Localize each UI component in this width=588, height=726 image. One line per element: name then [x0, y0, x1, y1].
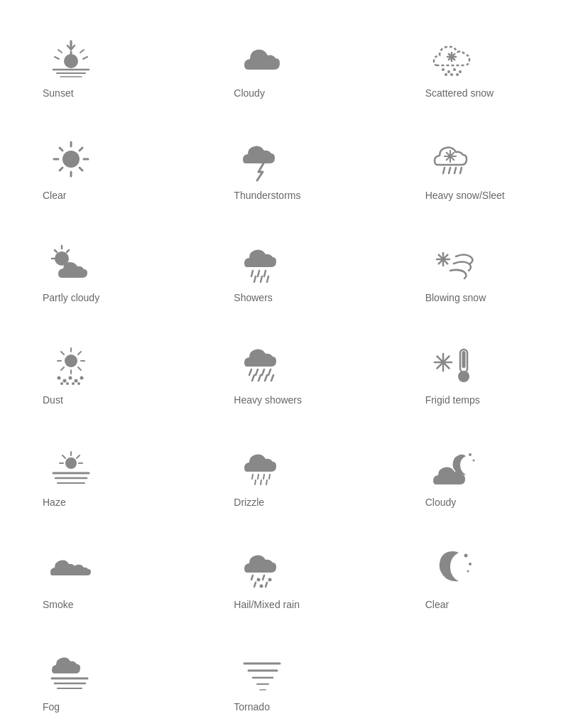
fog-icon [43, 646, 99, 695]
sunset-icon [43, 32, 99, 82]
frigid-temps-label: Frigid temps [425, 394, 480, 406]
svg-point-17 [453, 68, 456, 71]
svg-point-66 [75, 379, 78, 382]
svg-line-36 [449, 168, 450, 173]
partly-cloudy-icon [43, 237, 99, 286]
blowing-snow-icon [425, 237, 482, 286]
svg-point-88 [65, 457, 77, 469]
weather-item-drizzle: Drizzle [198, 423, 389, 526]
svg-line-98 [258, 475, 258, 479]
weather-item-blowing-snow: Blowing snow [390, 219, 581, 321]
frigid-temps-icon [425, 339, 482, 389]
weather-item-partly-cloudy: Partly cloudy [7, 219, 198, 321]
svg-point-54 [65, 354, 77, 367]
svg-point-68 [60, 382, 63, 385]
hail-mixed-rain-label: Hail/Mixed rain [234, 599, 300, 610]
cloudy-label: Cloudy [234, 87, 265, 99]
weather-grid: Sunset Cloudy [7, 14, 581, 726]
svg-line-49 [267, 276, 268, 282]
svg-line-10 [80, 50, 84, 53]
weather-item-empty [390, 628, 581, 726]
cloudy-night-icon [425, 441, 482, 491]
thunderstorms-label: Thunderstorms [234, 190, 300, 201]
weather-item-cloudy: Cloudy [198, 14, 389, 117]
svg-line-93 [77, 455, 80, 458]
clear-night-label: Clear [425, 599, 449, 610]
scattered-snow-label: Scattered snow [425, 87, 494, 99]
weather-item-heavy-showers: Heavy showers [198, 321, 389, 423]
svg-line-38 [460, 168, 462, 173]
hail-mixed-rain-icon [234, 543, 290, 593]
svg-line-43 [67, 250, 69, 252]
svg-line-110 [254, 583, 256, 587]
heavy-snow-sleet-icon [425, 134, 482, 184]
showers-label: Showers [234, 292, 272, 303]
svg-line-44 [251, 271, 253, 276]
svg-line-72 [249, 369, 251, 375]
svg-line-99 [263, 475, 264, 479]
svg-point-19 [445, 73, 447, 76]
weather-item-scattered-snow: Scattered snow [390, 14, 581, 117]
svg-point-114 [469, 563, 472, 565]
weather-item-haze: Haze [7, 423, 198, 526]
svg-line-77 [258, 375, 261, 381]
svg-line-61 [78, 352, 81, 354]
tornado-icon [234, 646, 290, 695]
svg-line-106 [251, 575, 253, 580]
svg-line-47 [254, 276, 256, 282]
weather-item-fog: Fog [7, 628, 198, 726]
weather-item-cloudy-night: Cloudy [390, 423, 581, 526]
weather-item-hail-mixed-rain: Hail/Mixed rain [198, 526, 389, 628]
weather-item-tornado: Tornado [198, 628, 389, 726]
svg-point-15 [442, 68, 445, 71]
weather-item-frigid-temps: Frigid temps [390, 321, 581, 423]
svg-point-104 [469, 453, 472, 456]
cloudy-night-label: Cloudy [425, 497, 457, 508]
svg-point-20 [450, 73, 453, 76]
svg-rect-85 [462, 351, 465, 368]
weather-item-clear-night: Clear [390, 526, 581, 628]
svg-line-46 [264, 271, 266, 276]
svg-line-59 [61, 352, 64, 354]
svg-point-105 [472, 459, 474, 461]
partly-cloudy-label: Partly cloudy [43, 292, 99, 303]
svg-point-63 [58, 376, 61, 379]
svg-line-9 [58, 50, 62, 53]
svg-line-78 [265, 375, 267, 381]
svg-line-76 [252, 375, 254, 381]
svg-line-7 [55, 57, 59, 59]
svg-line-111 [266, 583, 267, 587]
weather-item-heavy-snow-sleet: Heavy snow/Sleet [390, 117, 581, 219]
svg-line-29 [80, 148, 82, 151]
weather-item-sunset: Sunset [7, 14, 198, 117]
svg-point-21 [456, 73, 459, 76]
smoke-label: Smoke [43, 599, 74, 610]
svg-line-62 [61, 367, 64, 370]
svg-point-109 [268, 578, 272, 581]
svg-line-60 [78, 367, 81, 370]
clear-night-icon [425, 543, 482, 593]
svg-line-42 [55, 250, 57, 252]
heavy-snow-sleet-label: Heavy snow/Sleet [425, 190, 505, 201]
svg-line-45 [258, 271, 259, 276]
svg-point-18 [459, 70, 462, 73]
svg-line-101 [255, 480, 256, 484]
weather-item-dust: Dust [7, 321, 198, 423]
svg-line-37 [454, 168, 456, 173]
weather-item-clear-day: Clear [7, 117, 198, 219]
svg-line-75 [268, 369, 271, 375]
haze-icon [43, 441, 99, 491]
svg-point-69 [66, 382, 69, 385]
svg-point-112 [260, 584, 263, 587]
svg-line-27 [60, 148, 62, 151]
fog-label: Fog [43, 701, 60, 713]
svg-point-70 [72, 382, 75, 385]
svg-line-28 [80, 168, 82, 170]
tornado-label: Tornado [234, 701, 270, 713]
showers-icon [234, 237, 290, 286]
drizzle-label: Drizzle [234, 497, 264, 508]
clear-day-label: Clear [43, 190, 66, 201]
weather-item-smoke: Smoke [7, 526, 198, 628]
svg-line-100 [269, 475, 270, 479]
blowing-snow-label: Blowing snow [425, 292, 486, 303]
